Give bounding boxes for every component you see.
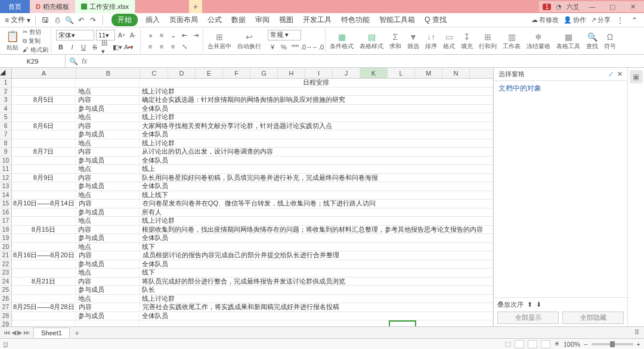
share-button[interactable]: ↗ 分享 [591, 15, 611, 24]
cell-C[interactable]: 日程安排 [140, 79, 493, 87]
copy-button[interactable]: ⧉复制 [23, 37, 48, 45]
collapse-ribbon-icon[interactable]: ⌃ [630, 15, 639, 25]
bring-forward-icon[interactable]: ⬆ [527, 301, 532, 309]
cell-B[interactable]: 参与成员 [76, 260, 140, 269]
hide-all-button[interactable]: 全部隐藏 [562, 311, 624, 324]
table-row[interactable]: 22参与成员全体队员 [0, 260, 493, 269]
input-mode-icon[interactable]: ⍰ [4, 341, 8, 348]
cell-C[interactable]: 全体队员 [140, 130, 493, 139]
cell-C[interactable]: 线下 [140, 243, 493, 251]
select-tool-icon[interactable]: ▣ [630, 70, 643, 83]
align-right-icon[interactable]: ≡ [168, 42, 178, 51]
decimal-decrease-icon[interactable]: ←.0 [313, 42, 323, 52]
row-header[interactable]: 6 [0, 122, 12, 130]
format-painter-button[interactable]: 🖌格式刷 [23, 46, 48, 54]
row-header[interactable]: 20 [0, 243, 12, 251]
tab-template[interactable]: D稻壳模板 [30, 0, 75, 13]
number-format-select[interactable]: 常规 ▾ [268, 30, 301, 40]
file-menu[interactable]: ≡ 文件 ▾ [5, 15, 30, 25]
row-header[interactable]: 19 [0, 234, 12, 242]
add-tab-button[interactable]: + [189, 0, 202, 13]
cell-B[interactable]: 地点 [76, 165, 140, 173]
cell-A[interactable] [12, 139, 76, 148]
cell-A[interactable] [12, 191, 76, 200]
strike-button[interactable]: S [90, 42, 100, 52]
ribbon-tab-insert[interactable]: 插入 [144, 14, 162, 26]
sheet-last-icon[interactable]: ⏭ [23, 329, 30, 336]
name-box[interactable]: K29 [0, 55, 66, 67]
decimal-increase-icon[interactable]: .0→ [302, 42, 311, 52]
cell-B[interactable]: 地点 [76, 269, 140, 277]
cell-A[interactable]: 8月25日——8月28日 [12, 303, 76, 311]
col-header-K[interactable]: K [360, 68, 388, 78]
table-row[interactable]: 29 [0, 320, 493, 326]
grid-rows[interactable]: 1日程安排2地点线上讨论群38月5日内容确定社会实践选题：针对疫情期间的网络舆情… [0, 79, 493, 326]
row-header[interactable]: 25 [0, 286, 12, 294]
cell-A[interactable]: 8月9日 [12, 174, 76, 182]
coop-button[interactable]: 👤 协作 [564, 15, 586, 24]
table-row[interactable]: 8地点线上讨论群 [0, 139, 493, 148]
row-header[interactable]: 9 [0, 148, 12, 156]
cell-B[interactable]: 内容 [76, 226, 140, 234]
col-header-H[interactable]: H [278, 68, 305, 78]
percent-icon[interactable]: % [279, 42, 289, 52]
send-backward-icon[interactable]: ⬇ [536, 301, 541, 309]
view-page-icon[interactable] [528, 340, 537, 348]
cell-C[interactable]: 确定社会实践选题：针对疫情期间的网络舆情的影响及应对措施的研究 [140, 96, 493, 104]
orientation-icon[interactable]: ⤡ [179, 42, 189, 51]
row-header[interactable]: 4 [0, 105, 12, 113]
cell-B[interactable]: 内容 [76, 303, 140, 311]
close-button[interactable]: ✕ [625, 1, 640, 12]
row-header[interactable]: 16 [0, 208, 12, 217]
zoom-value[interactable]: 100% [564, 341, 580, 348]
side-dots-icon[interactable]: ⠿ [634, 329, 639, 336]
cell-C[interactable]: 根据收集到的问卷，找出疫情期间网络舆情存在的问题；将收集到的材料汇总整理，参考其… [140, 226, 493, 234]
cell-A[interactable]: 8月10日——8月14日 [12, 200, 76, 208]
cell-C[interactable]: 队长 [140, 286, 493, 294]
cell-A[interactable] [12, 217, 76, 225]
cut-button[interactable]: ✂剪切 [23, 28, 48, 36]
row-header[interactable]: 18 [0, 226, 12, 234]
cell-C[interactable]: 全体队员 [140, 157, 493, 165]
cell-A[interactable] [12, 260, 76, 269]
unpin-icon[interactable]: ⤢ [608, 70, 614, 77]
notification-badge[interactable]: 1 [543, 4, 551, 10]
cell-B[interactable]: 地点 [76, 139, 140, 148]
ribbon-tab-pagelayout[interactable]: 页面布局 [168, 14, 200, 26]
table-row[interactable]: 28参与成员全体队员 [0, 312, 493, 321]
table-row[interactable]: 10参与成员全体队员 [0, 157, 493, 166]
cell-C[interactable]: 全体队员 [140, 312, 493, 320]
row-header[interactable]: 3 [0, 96, 12, 104]
table-row[interactable]: 11地点线上 [0, 165, 493, 174]
cell-B[interactable]: 内容 [76, 96, 140, 104]
decrease-font-icon[interactable]: A- [128, 30, 138, 40]
col-header-F[interactable]: F [223, 68, 250, 78]
print-icon[interactable]: ⎙ [52, 15, 62, 25]
zoom-out-icon[interactable]: − [584, 341, 587, 348]
cell-A[interactable] [12, 165, 76, 173]
worksheet-button[interactable]: ▥工作表 [501, 29, 522, 53]
cell-B[interactable]: 内容 [76, 200, 140, 208]
row-header[interactable]: 7 [0, 130, 12, 139]
rowcol-button[interactable]: ⊞行和列 [477, 29, 499, 53]
ribbon-search[interactable]: Q 查找 [423, 14, 448, 26]
format-button[interactable]: ▭格式 [441, 29, 457, 53]
col-header-I[interactable]: I [305, 68, 333, 78]
table-row[interactable]: 98月7日内容从讨论出的切入点出发，设计问卷调查的内容 [0, 148, 493, 157]
view-normal-icon[interactable] [515, 340, 524, 348]
table-row[interactable]: 4参与成员全体队员 [0, 105, 493, 114]
cell-B[interactable]: 地点 [76, 217, 140, 225]
cell-A[interactable] [12, 113, 76, 121]
preview-icon[interactable]: 🔍 [64, 15, 74, 25]
bold-button[interactable]: B [56, 42, 66, 52]
table-row[interactable]: 7参与成员全体队员 [0, 130, 493, 139]
sort-button[interactable]: ↓↑排序 [423, 29, 439, 53]
table-row[interactable]: 14地点线上线下 [0, 191, 493, 200]
row-header[interactable]: 22 [0, 260, 12, 269]
cell-B[interactable]: 参与成员 [76, 208, 140, 217]
cell-C[interactable]: 完善社会实践收尾工作，将实践成果和新闻稿完成好并进行报名投稿 [140, 303, 493, 311]
tabletools-button[interactable]: ▦表格工具 [555, 29, 582, 53]
table-row[interactable]: 23地点线下 [0, 269, 493, 278]
redo-icon[interactable]: ↷ [88, 15, 98, 25]
cell-B[interactable]: 内容 [76, 148, 140, 156]
